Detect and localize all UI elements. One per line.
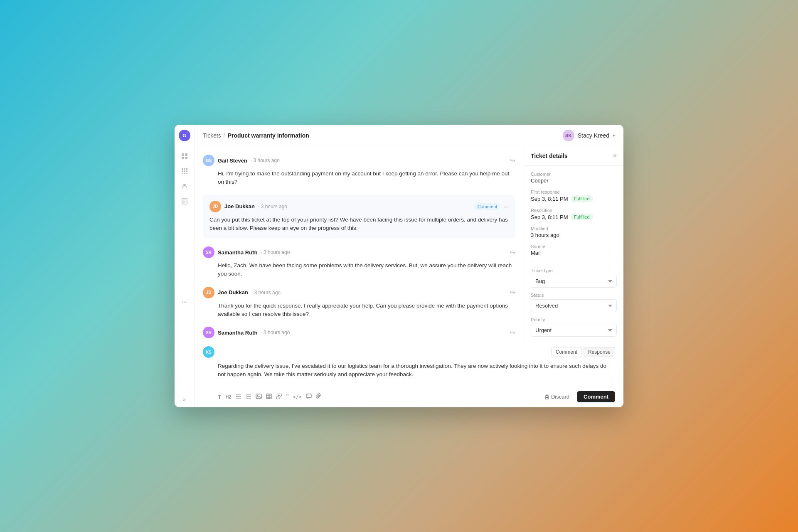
link-icon[interactable] [276,394,282,400]
sidebar-item-person[interactable] [178,180,191,193]
tab-comment[interactable]: Comment [551,347,582,357]
message-author: Gail Steven [218,158,247,164]
ticket-type-label: Ticket type [531,268,617,273]
customer-row: Customer Cooper [531,172,617,184]
message-meta: GS Gail Steven · 3 hours ago [203,155,280,166]
svg-rect-1 [185,153,187,156]
message-block: JD Joe Dukkan · 3 hours ago ↩ Thank you … [203,287,515,319]
breadcrumb-separator: / [224,132,225,139]
message-time: · 3 hours ago [251,290,281,296]
svg-rect-3 [185,157,187,159]
svg-rect-6 [186,168,187,170]
first-response-row: First response Sep 3, 8:11 PM Fulfilled [531,190,617,202]
message-header: SR Samantha Ruth · 3 hours ago ↩ [203,327,515,338]
avatar: SR [203,246,214,258]
svg-rect-12 [186,173,187,175]
message-header: JD Joe Dukkan · 3 hours ago ↩ [203,287,515,298]
status-select[interactable]: Open Pending Resolved Closed [531,299,617,312]
main-area: Tickets / Product warranty information S… [195,125,623,407]
details-body: Customer Cooper First response Sep 3, 8:… [524,166,623,341]
modified-label: Modified [531,226,617,231]
avatar: SR [203,327,214,338]
svg-rect-9 [186,170,187,172]
priority-select[interactable]: Low Medium High Urgent [531,324,617,337]
customer-value: Cooper [531,177,617,184]
svg-rect-7 [182,170,183,172]
modified-row: Modified 3 hours ago [531,226,617,238]
avatar: JD [203,287,214,298]
message-author: Samantha Ruth [218,330,257,336]
bold-icon[interactable]: T [218,394,222,400]
message-header: GS Gail Steven · 3 hours ago ↩ [203,155,515,166]
message-body: Hello, Zach. We have been facing some pr… [218,261,515,278]
message-header: SR Samantha Ruth · 3 hours ago ↩ [203,246,515,258]
breadcrumb-tickets[interactable]: Tickets [203,132,221,139]
divider [531,262,617,262]
message-block: SR Samantha Ruth · 3 hours ago ↩ Hello, … [203,246,515,278]
avatar: GS [203,155,214,166]
reply-icon[interactable]: ↩ [510,329,515,337]
avatar: JD [209,201,221,212]
compose-tabs: Comment Response [551,347,615,357]
svg-point-35 [257,395,258,396]
header-user[interactable]: SK Stacy Kreed ▾ [563,130,615,141]
image-icon[interactable] [256,394,262,400]
sidebar-avatar: G [179,130,190,141]
svg-point-26 [236,397,236,398]
modified-value: 3 hours ago [531,232,617,238]
message-meta: JD Joe Dukkan · 3 hours ago [209,201,287,212]
priority-field: Priority Low Medium High Urgent [531,317,617,337]
toolbar-icons: T H2 1.2.3. [218,393,321,400]
resolution-label: Resolution [531,208,617,213]
resolution-row: Resolution Sep 3, 8:11 PM Fulfilled [531,208,617,220]
heading-icon[interactable]: H2 [226,394,232,399]
reply-icon[interactable]: ↩ [510,288,515,296]
svg-rect-41 [306,394,311,398]
toolbar-actions: Discard Comment [540,391,615,402]
sidebar-expand[interactable]: » [183,397,186,402]
source-value: Mail [531,250,617,256]
numbered-list-icon[interactable]: 1.2.3. [246,394,251,400]
message-author: Joe Dukkan [224,203,255,209]
svg-rect-36 [266,394,271,399]
submit-button[interactable]: Comment [577,391,615,402]
sidebar-item-grid4[interactable] [178,165,191,178]
comment-actions: Comment ··· [474,203,509,210]
svg-rect-2 [182,157,184,159]
comment-block: JD Joe Dukkan · 3 hours ago Comment ··· … [203,195,515,239]
sidebar-more[interactable]: ··· [182,299,187,305]
close-icon[interactable]: × [613,152,617,160]
breadcrumb-current: Product warranty information [228,132,309,139]
message-author: Samantha Ruth [218,249,257,256]
table-icon[interactable] [266,394,272,400]
message-time: · 3 hours ago [258,204,287,209]
quote-icon[interactable]: " [286,394,289,400]
breadcrumb: Tickets / Product warranty information [203,132,309,139]
svg-point-24 [236,396,236,397]
status-field: Status Open Pending Resolved Closed [531,293,617,312]
first-response-status: Fulfilled [571,195,593,202]
attach-icon[interactable] [316,393,321,400]
bullet-list-icon[interactable] [236,394,241,400]
first-response-detail: Sep 3, 8:11 PM Fulfilled [531,195,617,202]
more-options-icon[interactable]: ··· [504,203,509,210]
comment-icon[interactable] [306,394,312,400]
message-block: GS Gail Steven · 3 hours ago ↩ Hi, I'm t… [203,155,515,187]
reply-icon[interactable]: ↩ [510,249,515,256]
sidebar-item-book[interactable] [178,195,191,208]
reply-icon[interactable]: ↩ [510,157,515,165]
message-time: · 3 hours ago [261,330,290,335]
sidebar-item-grid2[interactable] [178,150,191,163]
code-icon[interactable]: </> [293,394,302,400]
resolution-detail: Sep 3, 8:11 PM Fulfilled [531,214,617,220]
panel-title: Ticket details [531,153,567,159]
tab-response[interactable]: Response [584,347,615,357]
ticket-type-field: Ticket type Bug Feature Question Inciden… [531,268,617,288]
compose-text[interactable]: Regarding the delivery issue, I've escal… [218,362,615,387]
status-label: Status [531,293,617,298]
discard-button[interactable]: Discard [540,391,574,402]
avatar: KS [203,346,214,358]
ticket-type-select[interactable]: Bug Feature Question Incident [531,275,617,288]
svg-rect-5 [184,168,185,170]
message-body: Thank you for the quick response. I real… [218,302,515,319]
